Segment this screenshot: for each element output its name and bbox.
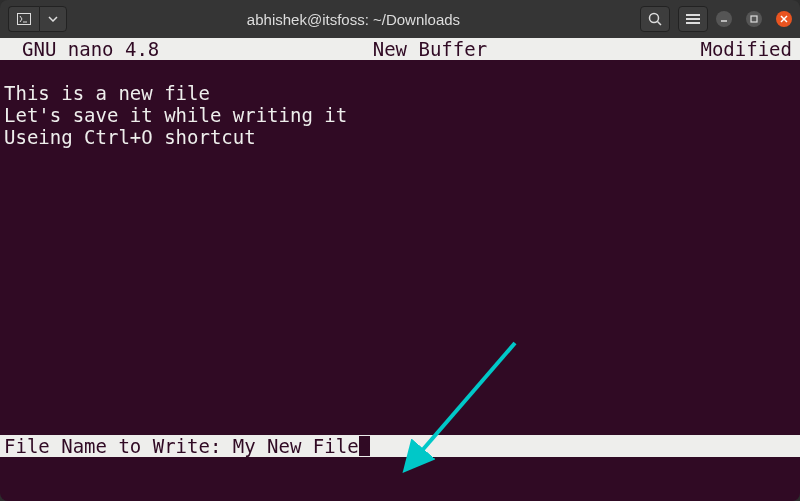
- prompt-label: File Name to Write:: [4, 435, 233, 457]
- titlebar: abhishek@itsfoss: ~/Downloads: [0, 0, 800, 38]
- hamburger-icon: [686, 12, 700, 26]
- nano-shortcuts: ^G Get Help M-D DOS FormatM-A Append M-B…: [0, 457, 800, 501]
- editor-line: This is a new file: [4, 82, 210, 104]
- svg-rect-0: [18, 14, 31, 25]
- svg-point-2: [650, 14, 659, 23]
- text-cursor: [359, 436, 370, 456]
- minimize-icon: [719, 14, 729, 24]
- close-icon: [779, 14, 789, 24]
- filename-prompt[interactable]: File Name to Write: My_New_File: [0, 435, 800, 457]
- window-controls: [716, 11, 792, 27]
- window-title: abhishek@itsfoss: ~/Downloads: [75, 11, 632, 28]
- new-tab-button[interactable]: [8, 6, 39, 32]
- editor-line: Let's save it while writing it: [4, 104, 347, 126]
- prompt-value: My_New_File: [233, 435, 359, 457]
- search-icon: [648, 12, 662, 26]
- maximize-icon: [749, 14, 759, 24]
- search-button[interactable]: [640, 6, 670, 32]
- nano-header: GNU nano 4.8 New Buffer Modified: [0, 38, 800, 60]
- menu-button[interactable]: [678, 6, 708, 32]
- chevron-down-icon: [48, 16, 58, 22]
- minimize-button[interactable]: [716, 11, 732, 27]
- terminal-body[interactable]: GNU nano 4.8 New Buffer Modified This is…: [0, 38, 800, 501]
- close-button[interactable]: [776, 11, 792, 27]
- nano-version: GNU nano 4.8: [4, 38, 159, 60]
- svg-line-3: [658, 22, 662, 26]
- editor-line: Useing Ctrl+O shortcut: [4, 126, 256, 148]
- editor-content[interactable]: This is a new file Let's save it while w…: [0, 60, 800, 170]
- nano-status: Modified: [700, 38, 796, 60]
- terminal-icon: [17, 13, 31, 25]
- new-tab-dropdown[interactable]: [39, 6, 67, 32]
- maximize-button[interactable]: [746, 11, 762, 27]
- new-tab-split: [8, 6, 67, 32]
- nano-buffer-name: New Buffer: [159, 38, 700, 60]
- terminal-window: abhishek@itsfoss: ~/Downloads GNU nano 4…: [0, 0, 800, 501]
- svg-rect-5: [751, 16, 757, 22]
